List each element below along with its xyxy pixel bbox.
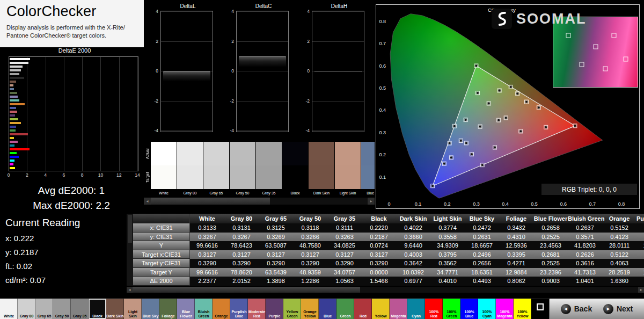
gridline <box>237 11 288 12</box>
table-row: ΔE 20002.23772.01521.38981.22861.05631.5… <box>133 277 644 286</box>
measured-marker <box>475 64 478 67</box>
next-button[interactable]: ► Next <box>603 304 633 314</box>
patch-button-label: Foliage <box>159 314 177 318</box>
patch-button-white[interactable]: White <box>0 299 18 319</box>
patch-button-blue[interactable]: Blue <box>319 299 336 319</box>
patch-actual-swatch <box>282 142 308 165</box>
patch-button-gray-65[interactable]: Gray 65 <box>35 299 53 319</box>
reading-x: x: 0.222 <box>5 234 80 243</box>
patch-button-100-yellow[interactable]: 100% Yellow <box>514 299 531 319</box>
table-cell: 0.3290 <box>362 259 396 268</box>
table-cell: 34.0825 <box>327 241 362 250</box>
patch-button-cyan[interactable]: Cyan <box>407 299 425 319</box>
axis-tick-label: -2 <box>230 98 234 104</box>
patch-button-label: White <box>0 314 18 318</box>
measured-marker <box>471 153 473 156</box>
table-cell: 0.0724 <box>362 241 396 250</box>
scroll-right-icon[interactable]: ▸ <box>638 287 644 293</box>
patch-button-100-blue[interactable]: 100% Blue <box>460 299 478 319</box>
deltae-bar <box>10 62 28 64</box>
deltae-bar <box>10 144 14 147</box>
patch-button-gray-50[interactable]: Gray 50 <box>53 299 71 319</box>
patch-button-foliage[interactable]: Foliage <box>159 299 177 319</box>
column-header: Gray 65 <box>259 214 293 223</box>
deltae-bar <box>10 73 19 75</box>
patch-button-label: Orange Yellow <box>301 310 319 318</box>
patch-button-100-cyan[interactable]: 100% Cyan <box>478 299 496 319</box>
table-cell: 0.3290 <box>259 259 293 268</box>
scroll-left-icon[interactable]: ◂ <box>127 287 133 293</box>
deltae-bar <box>10 163 13 165</box>
patch-button-dark-skin[interactable]: Dark Skin <box>106 299 124 319</box>
row-label: Target x:CIE31 <box>133 250 190 259</box>
patch-button-purple[interactable]: Purple <box>266 299 283 319</box>
table-cell: 0.9003 <box>533 277 568 286</box>
table-cell: 0.2637 <box>568 223 602 233</box>
deltae-bar <box>10 66 23 68</box>
axis-tick-label: -4 <box>230 128 234 133</box>
patch-button-100-magenta[interactable]: 100% Magenta <box>496 299 514 319</box>
patch-button-100-green[interactable]: 100% Green <box>443 299 460 319</box>
color-patch: Gray 65 <box>203 142 229 197</box>
patch-label: Light Skin <box>335 189 361 197</box>
scroll-right-icon[interactable]: ▸ <box>368 198 375 205</box>
page-title: ColorChecker <box>6 3 144 20</box>
patch-actual-swatch <box>203 142 229 165</box>
patch-button-green[interactable]: Green <box>336 299 354 319</box>
table-cell: 0.3269 <box>259 233 293 242</box>
column-header: Light Skin <box>430 214 465 223</box>
scroll-left-icon[interactable]: ◂ <box>144 198 151 205</box>
patch-button-orange-yellow[interactable]: Orange Yellow <box>301 299 319 319</box>
deltae-bar <box>10 58 30 60</box>
scrollbar-thumb[interactable] <box>151 198 270 205</box>
patch-button-gray-35[interactable]: Gray 35 <box>71 299 89 319</box>
patch-strip-scrollbar[interactable]: ◂ ▸ <box>144 198 375 205</box>
axis-tick-label: 0.5 <box>379 85 386 91</box>
bottom-patch-bar: WhiteGray 80Gray 65Gray 50Gray 35BlackDa… <box>0 299 644 319</box>
deltae-bar <box>10 103 25 105</box>
patch-button-black[interactable]: Black <box>89 299 106 319</box>
scrollbar-thumb[interactable] <box>133 287 360 293</box>
patch-button-yellow-green[interactable]: Yellow Green <box>283 299 301 319</box>
patch-button-label: Blue Flower <box>177 310 195 318</box>
patch-label: Blue Sky <box>361 189 375 197</box>
patch-button-moderate-red[interactable]: Moderate Red <box>248 299 266 319</box>
table-cell: 2.2377 <box>190 277 224 286</box>
scrollbar-track[interactable] <box>133 287 638 293</box>
patch-button-orange[interactable]: Orange <box>213 299 230 319</box>
current-reading-panel: Current Reading x: 0.222 y: 0.2187 fL: 0… <box>5 217 80 289</box>
table-scrollbar-horizontal[interactable]: ◂ ▸ <box>127 287 644 293</box>
back-button[interactable]: ◄ Back <box>561 304 592 314</box>
patch-button-blue-sky[interactable]: Blue Sky <box>142 299 159 319</box>
patch-button-100-red[interactable]: 100% Red <box>425 299 443 319</box>
axis-tick-label: 8 <box>81 172 84 178</box>
table-cell: 0.2472 <box>465 223 499 233</box>
custom-color-tile[interactable] <box>531 299 549 319</box>
deltae-bar <box>10 96 18 98</box>
patch-button-light-skin[interactable]: Light Skin <box>124 299 142 319</box>
table-cell: 0.2626 <box>568 250 602 259</box>
table-cell: 1.0563 <box>327 277 362 286</box>
axis-tick-label: 0 <box>8 172 10 178</box>
patch-button-purplish-blue[interactable]: Purplish Blue <box>230 299 248 319</box>
scrollbar-track[interactable] <box>151 198 368 205</box>
gridline <box>237 130 288 131</box>
table-cell: 18.6351 <box>465 268 499 277</box>
measured-marker <box>465 142 467 144</box>
patch-button-red[interactable]: Red <box>354 299 372 319</box>
table-cell: 0.3133 <box>190 223 224 233</box>
measured-marker <box>443 162 445 165</box>
patch-button-yellow[interactable]: Yellow <box>372 299 390 319</box>
patch-button-gray-80[interactable]: Gray 80 <box>18 299 35 319</box>
patch-button-magenta[interactable]: Magenta <box>390 299 407 319</box>
table-scrollbar-vertical[interactable] <box>127 214 133 286</box>
chart-title: DeltaH <box>303 3 367 11</box>
gridline <box>46 57 46 171</box>
table-cell: 0.3562 <box>430 259 465 268</box>
scrollbar-thumb[interactable] <box>128 215 132 243</box>
column-header: Blue Sky <box>465 214 499 223</box>
axis-tick-label: 0 <box>231 68 234 74</box>
patch-button-blue-flower[interactable]: Blue Flower <box>177 299 195 319</box>
measurement-table: WhiteGray 80Gray 65Gray 50Gray 35BlackDa… <box>133 214 644 286</box>
patch-button-bluish-green[interactable]: Bluish Green <box>195 299 213 319</box>
